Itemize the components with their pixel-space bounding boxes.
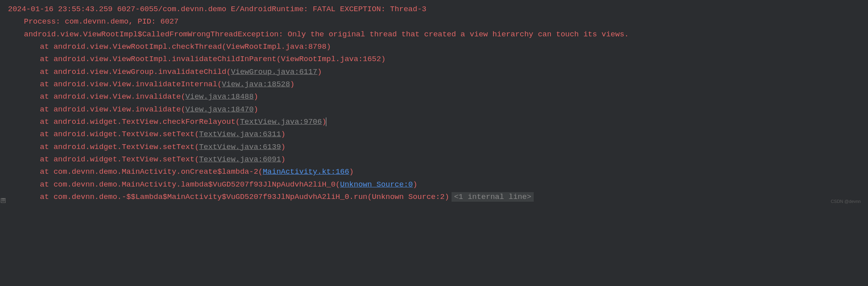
expand-icon[interactable]: ⊞ bbox=[1, 198, 6, 203]
watermark: CSDN @devnn bbox=[831, 198, 861, 205]
stack-frame-text: at com.devnn.demo.MainActivity.lambda$Vu… bbox=[40, 180, 340, 189]
stack-frame: at android.widget.TextView.checkForRelay… bbox=[0, 116, 868, 128]
stack-frame: at android.view.View.invalidate(View.jav… bbox=[0, 103, 868, 116]
stack-frame-suffix: ) bbox=[281, 155, 285, 164]
text-cursor bbox=[326, 117, 326, 127]
log-exception: android.view.ViewRootImpl$CalledFromWron… bbox=[0, 28, 868, 41]
source-link[interactable]: TextView.java:6139 bbox=[199, 143, 281, 151]
stack-frame-suffix: ) bbox=[318, 68, 322, 76]
stack-frame-suffix: ) bbox=[254, 105, 258, 114]
stack-frame: at android.widget.TextView.setText(TextV… bbox=[0, 128, 868, 141]
stack-frame: at android.widget.TextView.setText(TextV… bbox=[0, 141, 868, 153]
log-process: Process: com.devnn.demo, PID: 6027 bbox=[0, 16, 868, 28]
stack-frame: at com.devnn.demo.-$$Lambda$MainActivity… bbox=[0, 191, 868, 203]
source-link[interactable]: View.java:18470 bbox=[185, 105, 254, 114]
source-link[interactable]: View.java:18528 bbox=[222, 80, 290, 89]
stack-frame-text: at android.view.View.invalidate( bbox=[40, 105, 185, 114]
source-link[interactable]: TextView.java:6091 bbox=[199, 155, 281, 164]
stack-trace: at android.view.ViewRootImpl.checkThread… bbox=[0, 41, 868, 203]
stack-frame-text: at android.view.ViewRootImpl.checkThread… bbox=[40, 42, 331, 51]
stack-frame-text: at android.widget.TextView.setText( bbox=[40, 143, 199, 151]
stack-frame-suffix: ) bbox=[281, 130, 285, 139]
stack-frame-suffix: ) bbox=[413, 180, 417, 189]
stack-frame-text: at com.devnn.demo.MainActivity.onCreate$… bbox=[40, 167, 263, 176]
stack-frame-text: at com.devnn.demo.-$$Lambda$MainActivity… bbox=[40, 193, 449, 201]
stack-frame-suffix: ) bbox=[290, 80, 294, 89]
stack-frame-text: at android.view.View.invalidate( bbox=[40, 92, 185, 101]
stack-frame: at android.view.ViewGroup.invalidateChil… bbox=[0, 66, 868, 78]
stack-frame: at android.view.ViewRootImpl.invalidateC… bbox=[0, 53, 868, 66]
stack-frame-text: at android.view.ViewGroup.invalidateChil… bbox=[40, 68, 231, 76]
source-link[interactable]: ViewGroup.java:6117 bbox=[231, 68, 318, 76]
stack-frame-text: at android.widget.TextView.setText( bbox=[40, 155, 199, 164]
stack-frame: at com.devnn.demo.MainActivity.onCreate$… bbox=[0, 166, 868, 178]
stack-frame: at android.view.View.invalidateInternal(… bbox=[0, 78, 868, 91]
source-link[interactable]: Unknown Source:0 bbox=[340, 180, 413, 189]
stack-frame-suffix: ) bbox=[349, 167, 353, 176]
stack-frame: at com.devnn.demo.MainActivity.lambda$Vu… bbox=[0, 179, 868, 191]
stack-frame: at android.widget.TextView.setText(TextV… bbox=[0, 153, 868, 166]
stack-frame-suffix: ) bbox=[254, 92, 258, 101]
log-header: 2024-01-16 23:55:43.259 6027-6055/com.de… bbox=[0, 3, 868, 16]
stack-frame: at android.view.View.invalidate(View.jav… bbox=[0, 91, 868, 103]
stack-frame-text: at android.widget.TextView.setText( bbox=[40, 130, 199, 139]
stack-frame-text: at android.view.View.invalidateInternal( bbox=[40, 80, 222, 89]
stack-frame-text: at android.view.ViewRootImpl.invalidateC… bbox=[40, 55, 386, 64]
stack-frame-suffix: ) bbox=[281, 143, 285, 151]
source-link[interactable]: TextView.java:6311 bbox=[199, 130, 281, 139]
internal-line-badge[interactable]: <1 internal line> bbox=[452, 192, 534, 202]
source-link[interactable]: TextView.java:9706 bbox=[240, 117, 322, 126]
source-link[interactable]: View.java:18488 bbox=[185, 92, 254, 101]
stack-frame-text: at android.widget.TextView.checkForRelay… bbox=[40, 117, 240, 126]
source-link[interactable]: MainActivity.kt:166 bbox=[263, 167, 349, 176]
stack-frame: at android.view.ViewRootImpl.checkThread… bbox=[0, 41, 868, 53]
